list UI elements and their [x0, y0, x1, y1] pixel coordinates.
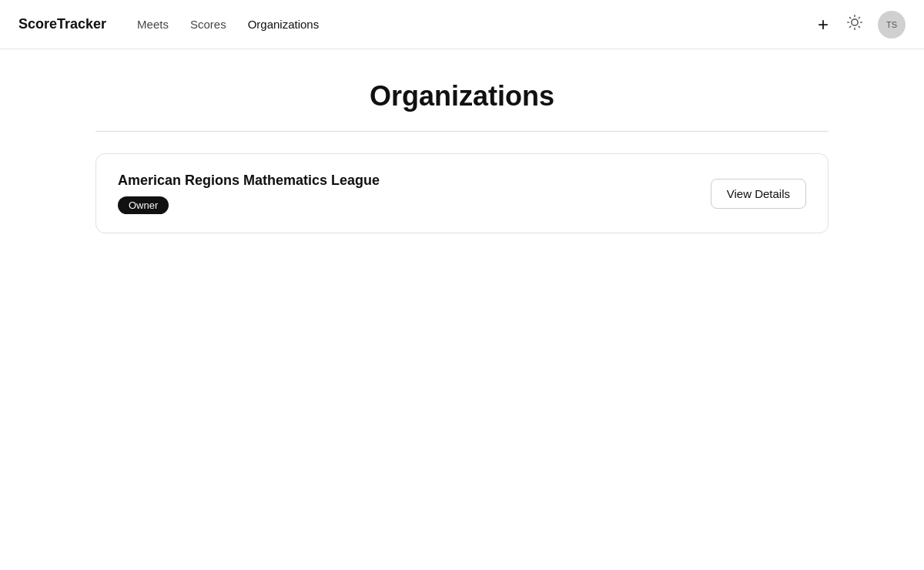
main-content: Organizations American Regions Mathemati… [77, 49, 847, 264]
divider [95, 131, 829, 132]
org-card: American Regions Mathematics League Owne… [95, 153, 829, 233]
add-button[interactable]: + [815, 12, 832, 37]
page-title: Organizations [95, 80, 829, 112]
nav-actions: + TS [815, 11, 906, 39]
nav-meets[interactable]: Meets [137, 18, 169, 31]
avatar[interactable]: TS [878, 11, 906, 39]
navbar: ScoreTracker Meets Scores Organizations … [0, 0, 924, 49]
nav-organizations[interactable]: Organizations [248, 18, 320, 31]
theme-toggle-button[interactable] [844, 12, 865, 37]
svg-line-3 [850, 18, 851, 18]
nav-links: Meets Scores Organizations [137, 18, 790, 31]
svg-point-0 [852, 19, 858, 25]
app-logo[interactable]: ScoreTracker [18, 16, 106, 32]
svg-line-8 [859, 18, 859, 18]
org-info: American Regions Mathematics League Owne… [118, 173, 380, 214]
svg-line-7 [850, 26, 851, 27]
svg-line-4 [859, 26, 859, 27]
nav-scores[interactable]: Scores [190, 18, 226, 31]
view-details-button[interactable]: View Details [711, 179, 806, 209]
org-name: American Regions Mathematics League [118, 173, 380, 189]
org-role-badge: Owner [118, 196, 169, 214]
sun-icon [847, 15, 862, 30]
